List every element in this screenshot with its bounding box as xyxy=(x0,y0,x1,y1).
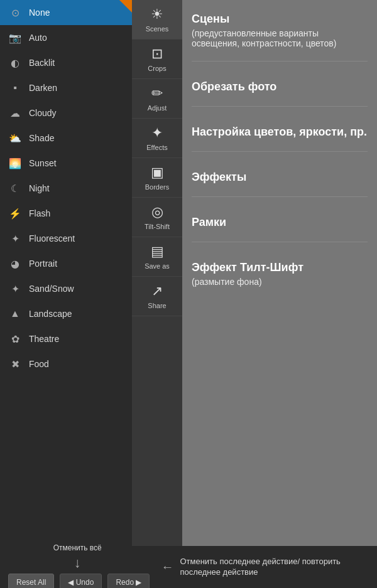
sidebar-label-landscape: Landscape xyxy=(29,309,72,319)
sunset-icon: 🌅 xyxy=(6,154,24,172)
sidebar-label-food: Food xyxy=(29,359,49,369)
content-row-2: Настройка цветов, яркости, пр. xyxy=(192,126,368,152)
sidebar-label-backlit: Backlit xyxy=(29,58,55,68)
undo-button[interactable]: ◀ Undo xyxy=(60,574,102,589)
cloudy-icon: ☁ xyxy=(6,104,24,122)
nav-item-effects[interactable]: ✦Effects xyxy=(132,119,182,158)
sidebar-label-fluorescent: Fluorescent xyxy=(29,233,75,243)
bottom-left-section: Отменить всё ↓ Reset All ◀ Undo Redo ▶ xyxy=(0,540,155,589)
darken-icon: ▪ xyxy=(6,79,24,97)
sidebar-label-sand-snow: Sand/Snow xyxy=(29,284,74,294)
sidebar-item-food[interactable]: ✖Food xyxy=(0,351,132,377)
nav-label-crops: Crops xyxy=(148,65,166,72)
nav-item-save-as[interactable]: ▤Save as xyxy=(132,237,182,277)
content-subtitle-5: (размытие фона) xyxy=(192,277,368,287)
nav-label-scenes: Scenes xyxy=(146,25,169,33)
sidebar-label-shade: Shade xyxy=(29,133,54,143)
content-row-0: Сцены(предустановленные варианты освещен… xyxy=(192,13,368,61)
sidebar-label-flash: Flash xyxy=(29,208,50,218)
sidebar-label-sunset: Sunset xyxy=(29,158,57,168)
nav-icon-save-as: ▤ xyxy=(151,243,164,260)
nav-item-crops[interactable]: ⊡Crops xyxy=(132,40,182,79)
sidebar-item-sand-snow[interactable]: ✦Sand/Snow xyxy=(0,276,132,301)
sidebar-item-none[interactable]: ⊙None xyxy=(0,0,132,25)
nav-icon-effects: ✦ xyxy=(151,125,163,141)
sidebar-item-night[interactable]: ☾Night xyxy=(0,176,132,201)
content-row-4: Рамки xyxy=(192,216,368,242)
food-icon: ✖ xyxy=(6,355,24,373)
sidebar-label-theatre: Theatre xyxy=(29,334,59,344)
sidebar-label-auto: Auto xyxy=(29,33,47,43)
nav-label-effects: Effects xyxy=(146,144,167,151)
shade-icon: ⛅ xyxy=(6,129,24,147)
flash-icon: ⚡ xyxy=(6,205,24,222)
nav-label-adjust: Adjust xyxy=(148,104,167,112)
nav-label-tilt-shift: Tilt-Shift xyxy=(145,223,170,230)
sidebar-item-fluorescent[interactable]: ✦Fluorescent xyxy=(0,226,132,251)
content-area: Сцены(предустановленные варианты освещен… xyxy=(182,0,377,546)
sidebar: ⊙None📷Auto◐Backlit▪Darken☁Cloudy⛅Shade🌅S… xyxy=(0,0,132,546)
sidebar-label-darken: Darken xyxy=(29,83,57,93)
sidebar-label-portrait: Portrait xyxy=(29,259,57,269)
sidebar-item-landscape[interactable]: ▲Landscape xyxy=(0,301,132,326)
sidebar-item-darken[interactable]: ▪Darken xyxy=(0,75,132,100)
bottom-buttons: Reset All ◀ Undo Redo ▶ xyxy=(5,574,150,589)
cancel-all-label: Отменить всё xyxy=(53,543,102,552)
content-row-3: Эффекты xyxy=(192,171,368,197)
content-title-3: Эффекты xyxy=(192,171,368,184)
nav-icon-scenes: ☀ xyxy=(151,6,163,23)
nav-label-borders: Borders xyxy=(145,183,170,191)
nav-item-tilt-shift[interactable]: ◎Tilt-Shift xyxy=(132,198,182,237)
content-subtitle-0: (предустановленные варианты освещения, к… xyxy=(192,28,368,48)
nav-column: ☀Scenes⊡Crops✏Adjust✦Effects▣Borders◎Til… xyxy=(132,0,182,546)
sidebar-item-shade[interactable]: ⛅Shade xyxy=(0,126,132,151)
nav-item-adjust[interactable]: ✏Adjust xyxy=(132,79,182,119)
sidebar-item-auto[interactable]: 📷Auto xyxy=(0,25,132,50)
content-title-0: Сцены xyxy=(192,13,368,26)
nav-icon-crops: ⊡ xyxy=(151,46,163,62)
sidebar-label-cloudy: Cloudy xyxy=(29,108,57,118)
bottom-bar: Отменить всё ↓ Reset All ◀ Undo Redo ▶ ←… xyxy=(0,546,377,588)
night-icon: ☾ xyxy=(6,179,24,197)
reset-all-button[interactable]: Reset All xyxy=(8,574,54,589)
sidebar-label-night: Night xyxy=(29,183,50,193)
nav-icon-share: ↗ xyxy=(151,283,163,299)
content-title-1: Обрезать фото xyxy=(192,80,368,94)
content-row-1: Обрезать фото xyxy=(192,80,368,107)
auto-icon: 📷 xyxy=(6,29,24,46)
nav-icon-borders: ▣ xyxy=(151,164,164,181)
fluorescent-icon: ✦ xyxy=(6,230,24,247)
redo-button[interactable]: Redo ▶ xyxy=(107,574,150,589)
nav-item-scenes[interactable]: ☀Scenes xyxy=(132,0,182,40)
sidebar-item-cloudy[interactable]: ☁Cloudy xyxy=(0,100,132,126)
landscape-icon: ▲ xyxy=(6,305,24,323)
nav-item-borders[interactable]: ▣Borders xyxy=(132,158,182,198)
sidebar-item-sunset[interactable]: 🌅Sunset xyxy=(0,151,132,176)
nav-label-share: Share xyxy=(148,302,166,309)
content-title-5: Эффект Тилт-Шифт xyxy=(192,261,368,274)
action-description: Отменить последнее действие/ повторить п… xyxy=(180,557,377,578)
content-title-4: Рамки xyxy=(192,216,368,229)
content-row-5: Эффект Тилт-Шифт(размытие фона) xyxy=(192,261,368,299)
nav-icon-tilt-shift: ◎ xyxy=(151,204,163,220)
sand-snow-icon: ✦ xyxy=(6,280,24,297)
backlit-icon: ◐ xyxy=(6,54,24,72)
down-arrow-icon: ↓ xyxy=(74,555,81,571)
sidebar-item-flash[interactable]: ⚡Flash xyxy=(0,201,132,226)
sidebar-label-none: None xyxy=(29,8,50,18)
nav-item-share[interactable]: ↗Share xyxy=(132,277,182,316)
none-icon: ⊙ xyxy=(6,4,24,21)
active-badge xyxy=(119,0,132,13)
sidebar-item-theatre[interactable]: ✿Theatre xyxy=(0,326,132,351)
left-arrow-icon: ← xyxy=(161,560,173,574)
portrait-icon: ◕ xyxy=(6,255,24,272)
nav-label-save-as: Save as xyxy=(145,262,170,270)
theatre-icon: ✿ xyxy=(6,330,24,348)
content-title-2: Настройка цветов, яркости, пр. xyxy=(192,126,368,139)
sidebar-item-backlit[interactable]: ◐Backlit xyxy=(0,50,132,75)
sidebar-item-portrait[interactable]: ◕Portrait xyxy=(0,251,132,276)
nav-icon-adjust: ✏ xyxy=(151,85,163,102)
